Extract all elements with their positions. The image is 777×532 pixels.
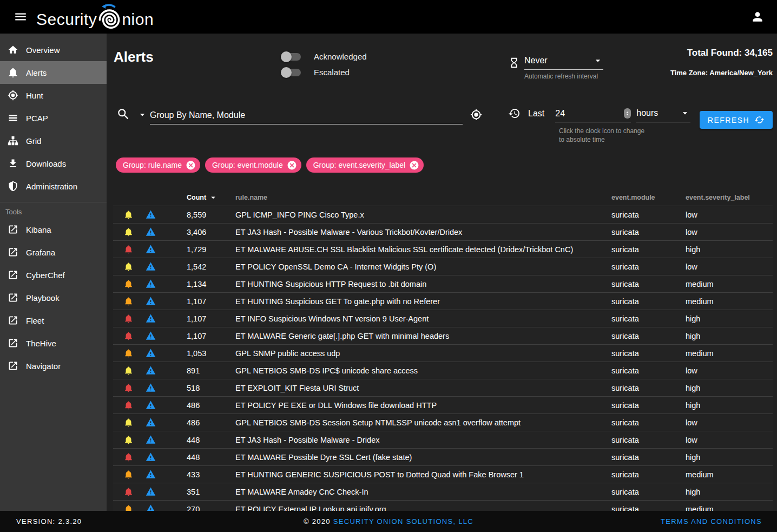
- alert-table-row[interactable]: 1,729 ET MALWARE ABUSE.CH SSL Blacklist …: [113, 240, 773, 258]
- alert-table-row[interactable]: 1,107 ET HUNTING Suspicious GET To gate.…: [113, 292, 773, 310]
- severity-bell-icon[interactable]: [122, 347, 134, 359]
- alert-triangle-icon[interactable]: [144, 486, 156, 498]
- alert-triangle-icon[interactable]: [144, 399, 156, 411]
- column-header-severity-label[interactable]: event.severity_label: [686, 194, 773, 201]
- severity-bell-icon[interactable]: [122, 486, 134, 498]
- alert-triangle-icon[interactable]: [144, 330, 156, 342]
- crosshairs-gps-icon[interactable]: [470, 109, 482, 121]
- alert-triangle-icon[interactable]: [144, 417, 156, 429]
- sidebar-item-grafana[interactable]: Grafana: [0, 241, 107, 264]
- column-header-rule-name[interactable]: rule.name: [235, 194, 611, 201]
- severity-bell-icon[interactable]: [122, 451, 134, 463]
- duration-input[interactable]: [555, 109, 609, 119]
- severity-bell-icon[interactable]: [122, 278, 134, 290]
- terms-link[interactable]: TERMS AND CONDITIONS: [661, 517, 762, 526]
- sidebar-item-fleet[interactable]: Fleet: [0, 309, 107, 332]
- alert-table-row[interactable]: 448 ET MALWARE Possible Dyre SSL Cert (f…: [113, 448, 773, 465]
- alert-table-row[interactable]: 518 ET EXPLOIT_KIT Fiesta URI Struct sur…: [113, 379, 773, 396]
- severity-bell-icon[interactable]: [122, 313, 134, 325]
- sidebar-item-kibana[interactable]: Kibana: [0, 218, 107, 241]
- sidebar-item-administration[interactable]: Administration: [0, 175, 107, 198]
- severity-bell-icon[interactable]: [122, 261, 134, 273]
- alert-table-row[interactable]: 433 ET HUNTING GENERIC SUSPICIOUS POST t…: [113, 465, 773, 483]
- toggle-knob[interactable]: [281, 51, 292, 62]
- history-clock-icon[interactable]: [508, 107, 521, 120]
- severity-bell-icon[interactable]: [122, 330, 134, 342]
- sidebar-item-alerts[interactable]: Alerts: [0, 61, 107, 84]
- alert-triangle-icon[interactable]: [144, 261, 156, 273]
- alert-table-row[interactable]: 1,107 ET MALWARE Generic gate[.].php GET…: [113, 327, 773, 344]
- sidebar-item-label: Overview: [26, 45, 60, 55]
- severity-bell-icon[interactable]: [122, 469, 134, 481]
- group-chip[interactable]: Group: event.severity_label: [306, 157, 424, 173]
- group-chip[interactable]: Group: rule.name: [116, 157, 200, 173]
- alert-table-row[interactable]: 1,107 ET INFO Suspicious Windows NT vers…: [113, 310, 773, 327]
- query-history-chevron-icon[interactable]: [137, 109, 148, 120]
- alert-table-row[interactable]: 8,559 GPL ICMP_INFO PING Cisco Type.x su…: [113, 206, 773, 223]
- chip-close-icon[interactable]: [287, 160, 297, 170]
- alert-table-row[interactable]: 1,134 ET HUNTING Suspicious HTTP Request…: [113, 275, 773, 292]
- column-header-count[interactable]: Count: [164, 193, 235, 202]
- alert-table-row[interactable]: 351 ET MALWARE Amadey CnC Check-In suric…: [113, 483, 773, 500]
- copyright-link[interactable]: SECURITY ONION SOLUTIONS, LLC: [333, 517, 473, 526]
- sidebar-item-hunt[interactable]: Hunt: [0, 84, 107, 107]
- menu-icon[interactable]: [8, 4, 34, 30]
- duration-unit-select[interactable]: hours: [636, 108, 690, 122]
- alert-table-row[interactable]: 1,542 ET POLICY OpenSSL Demo CA - Intern…: [113, 258, 773, 275]
- alert-table-row[interactable]: 270 ET POLICY External IP Lookup api.ipi…: [113, 500, 773, 511]
- alert-table-row[interactable]: 486 GPL NETBIOS SMB-DS Session Setup NTM…: [113, 413, 773, 431]
- alert-triangle-icon[interactable]: [144, 451, 156, 463]
- escalated-toggle[interactable]: Escalated: [282, 64, 367, 80]
- severity-bell-icon[interactable]: [122, 399, 134, 411]
- number-spinner-icon[interactable]: [624, 108, 631, 119]
- refresh-button[interactable]: REFRESH: [700, 111, 773, 129]
- alert-table-row[interactable]: 448 ET JA3 Hash - Possible Malware - Dri…: [113, 431, 773, 448]
- query-input[interactable]: [150, 110, 463, 120]
- sidebar-item-grid[interactable]: Grid: [0, 129, 107, 152]
- alert-triangle-icon[interactable]: [144, 244, 156, 255]
- alert-table-row[interactable]: 1,053 GPL SNMP public access udp suricat…: [113, 344, 773, 362]
- sidebar-item-overview[interactable]: Overview: [0, 38, 107, 61]
- severity-bell-icon[interactable]: [122, 244, 134, 255]
- alert-triangle-icon[interactable]: [144, 295, 156, 307]
- alert-triangle-icon[interactable]: [144, 434, 156, 446]
- search-icon[interactable]: [116, 107, 130, 121]
- column-header-event-module[interactable]: event.module: [611, 194, 686, 201]
- alert-triangle-icon[interactable]: [144, 313, 156, 325]
- sidebar-item-cyberchef[interactable]: CyberChef: [0, 264, 107, 286]
- sidebar-item-label: CyberChef: [26, 271, 65, 280]
- acknowledged-toggle[interactable]: Acknowledged: [282, 49, 367, 64]
- sidebar-item-playbook[interactable]: Playbook: [0, 286, 107, 309]
- alert-table-row[interactable]: 3,406 ET JA3 Hash - Possible Malware - V…: [113, 223, 773, 240]
- sidebar-item-pcap[interactable]: PCAP: [0, 107, 107, 129]
- alert-triangle-icon[interactable]: [144, 347, 156, 359]
- severity-bell-icon[interactable]: [122, 434, 134, 446]
- toggle-knob[interactable]: [281, 67, 292, 78]
- severity-bell-icon[interactable]: [122, 226, 134, 238]
- alert-triangle-icon[interactable]: [144, 469, 156, 481]
- alert-triangle-icon[interactable]: [144, 365, 156, 377]
- severity-bell-icon[interactable]: [122, 295, 134, 307]
- refresh-interval-select[interactable]: Never: [508, 55, 603, 70]
- severity-bell-icon[interactable]: [122, 382, 134, 394]
- alert-triangle-icon[interactable]: [144, 278, 156, 290]
- account-icon[interactable]: [745, 4, 771, 30]
- alert-triangle-icon[interactable]: [144, 503, 156, 511]
- alert-triangle-icon[interactable]: [144, 226, 156, 238]
- alert-triangle-icon[interactable]: [144, 209, 156, 221]
- severity-bell-icon[interactable]: [122, 365, 134, 377]
- sidebar-item-navigator[interactable]: Navigator: [0, 354, 107, 377]
- toggle-track[interactable]: [282, 53, 301, 61]
- sidebar-item-thehive[interactable]: TheHive: [0, 332, 107, 354]
- alert-triangle-icon[interactable]: [144, 382, 156, 394]
- alert-table-row[interactable]: 486 ET POLICY PE EXE or DLL Windows file…: [113, 396, 773, 413]
- severity-bell-icon[interactable]: [122, 417, 134, 429]
- toggle-track[interactable]: [282, 69, 301, 76]
- alert-table-row[interactable]: 891 GPL NETBIOS SMB-DS IPC$ unicode shar…: [113, 362, 773, 379]
- severity-bell-icon[interactable]: [122, 503, 134, 511]
- severity-bell-icon[interactable]: [122, 209, 134, 221]
- group-chip[interactable]: Group: event.module: [205, 157, 301, 173]
- sidebar-item-downloads[interactable]: Downloads: [0, 152, 107, 175]
- chip-close-icon[interactable]: [409, 160, 419, 170]
- chip-close-icon[interactable]: [186, 160, 196, 170]
